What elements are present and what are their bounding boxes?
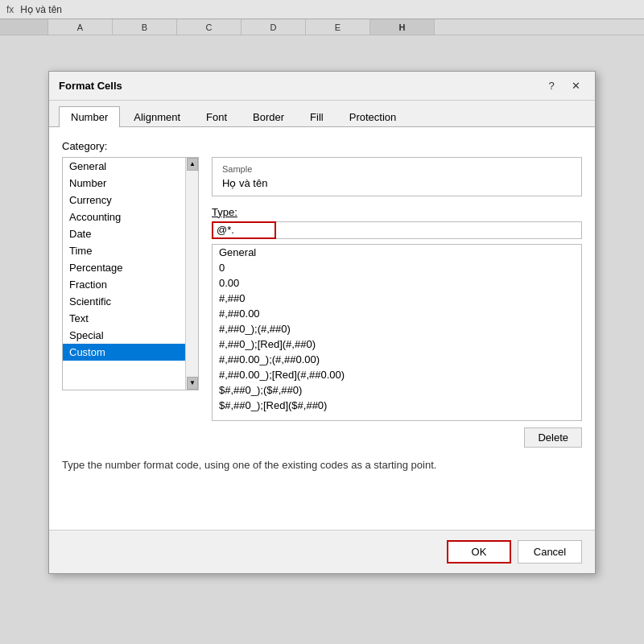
- format-dollar-red[interactable]: $#,##0_);[Red]($#,##0): [213, 398, 581, 413]
- tab-border[interactable]: Border: [241, 106, 296, 127]
- right-panel: Sample Họ và tên Type:: [212, 157, 582, 448]
- scroll-down-btn[interactable]: ▼: [187, 377, 198, 390]
- category-general[interactable]: General: [63, 158, 198, 175]
- category-currency[interactable]: Currency: [63, 192, 198, 208]
- close-button[interactable]: ✕: [566, 76, 585, 95]
- description-text: Type the number format code, using one o…: [62, 459, 582, 471]
- category-accounting[interactable]: Accounting: [63, 208, 198, 225]
- category-date[interactable]: Date: [63, 225, 198, 242]
- delete-button[interactable]: Delete: [524, 427, 582, 448]
- tab-fill[interactable]: Fill: [298, 106, 336, 127]
- tab-alignment[interactable]: Alignment: [122, 106, 192, 127]
- category-label: Category:: [62, 140, 582, 152]
- tab-protection[interactable]: Protection: [337, 106, 409, 127]
- type-input-row: [212, 221, 582, 239]
- tab-font[interactable]: Font: [194, 106, 239, 127]
- category-scientific[interactable]: Scientific: [63, 293, 198, 310]
- category-text[interactable]: Text: [63, 310, 198, 327]
- sample-value: Họ và tên: [222, 177, 572, 189]
- category-panel: General Number Currency Accounting Date …: [62, 157, 199, 448]
- category-fraction[interactable]: Fraction: [63, 276, 198, 293]
- category-list-container: General Number Currency Accounting Date …: [62, 157, 199, 390]
- right-panel-footer: Delete: [212, 427, 582, 448]
- format-comma0.00[interactable]: #,##0.00: [213, 306, 581, 321]
- sample-label: Sample: [222, 164, 572, 174]
- format-comma0-red[interactable]: #,##0_);[Red](#,##0): [213, 336, 581, 352]
- sample-section: Sample Họ và tên: [212, 157, 582, 196]
- format-comma0-paren[interactable]: #,##0_);(#,##0): [213, 321, 581, 336]
- excel-background: fx Họ và tên A B C D E H Format Cells ? …: [0, 0, 644, 644]
- cancel-button[interactable]: Cancel: [518, 540, 582, 564]
- category-time[interactable]: Time: [63, 242, 198, 259]
- category-number[interactable]: Number: [63, 175, 198, 192]
- type-input[interactable]: [212, 221, 276, 239]
- format-0.00[interactable]: 0.00: [213, 275, 581, 291]
- format-dollar-paren[interactable]: $#,##0_);($#,##0): [213, 382, 581, 398]
- tab-number[interactable]: Number: [59, 106, 120, 127]
- category-list: General Number Currency Accounting Date …: [63, 158, 198, 390]
- format-comma0.00-paren[interactable]: #,##0.00_);(#,##0.00): [213, 352, 581, 367]
- type-list: General 0 0.00 #,##0 #,##0.00 #,##0_);(#…: [213, 245, 581, 413]
- dialog-footer: OK Cancel: [49, 530, 595, 573]
- tabs-bar: Number Alignment Font Border Fill Protec…: [49, 101, 595, 127]
- category-percentage[interactable]: Percentage: [63, 259, 198, 276]
- type-list-container: General 0 0.00 #,##0 #,##0.00 #,##0_);(#…: [212, 244, 582, 421]
- dialog-body: Category: General Number Currency Accoun…: [49, 127, 595, 530]
- type-label: Type:: [212, 206, 582, 218]
- scroll-up-btn[interactable]: ▲: [187, 158, 198, 171]
- category-special[interactable]: Special: [63, 327, 198, 344]
- format-cells-dialog: Format Cells ? ✕ Number Alignment Font B…: [48, 71, 596, 574]
- format-general[interactable]: General: [213, 245, 581, 260]
- format-comma0.00-red[interactable]: #,##0.00_);[Red](#,##0.00): [213, 367, 581, 382]
- category-custom[interactable]: Custom: [63, 344, 198, 361]
- help-button[interactable]: ?: [542, 76, 561, 95]
- main-row: General Number Currency Accounting Date …: [62, 157, 582, 448]
- dialog-titlebar: Format Cells ? ✕: [49, 72, 595, 101]
- ok-button[interactable]: OK: [447, 540, 511, 564]
- format-0[interactable]: 0: [213, 260, 581, 275]
- dialog-controls: ? ✕: [542, 76, 585, 95]
- dialog-overlay: Format Cells ? ✕ Number Alignment Font B…: [0, 0, 644, 644]
- category-scrollbar[interactable]: ▲ ▼: [185, 158, 198, 390]
- format-comma0[interactable]: #,##0: [213, 291, 581, 306]
- dialog-title: Format Cells: [59, 80, 122, 92]
